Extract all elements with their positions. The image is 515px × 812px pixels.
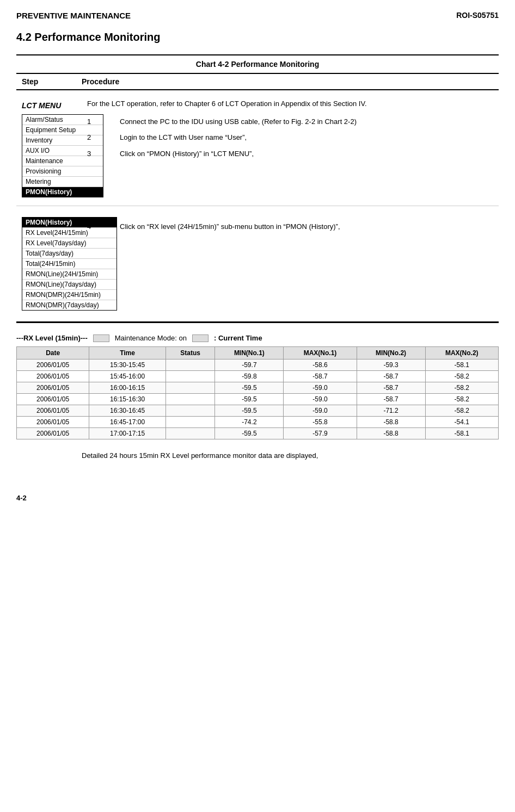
step-2-num: 2 [87,132,120,143]
table-cell: -58.7 [357,382,425,394]
table-row: 2006/01/0515:30-15:45-59.7-58.6-59.3-58.… [17,359,499,371]
pmon-menu-item[interactable]: RMON(Line)(24H/15min) [22,269,117,280]
table-row: 2006/01/0516:00-16:15-59.5-59.0-58.7-58.… [17,382,499,394]
table-cell: -58.8 [357,417,425,428]
col-min-no2: MIN(No.2) [357,347,425,359]
section-title: 4.2 Performance Monitoring [16,31,499,44]
table-cell: 2006/01/05 [17,417,89,428]
table-cell: 16:00-16:15 [89,382,166,394]
step-2-text: Login to the LCT with User name “User”, [120,132,499,143]
table-cell [165,428,215,439]
detailed-text: Detailed 24 hours 15min RX Level perform… [82,450,499,461]
pmon-menu-item[interactable]: Total(7days/day) [22,249,117,259]
table-cell: 2006/01/05 [17,405,89,417]
col-procedure-header: Procedure [82,77,499,86]
table-cell: 16:15-16:30 [89,394,166,405]
chart-body: LCT MENU Alarm/Status Equipment Setup In… [16,90,499,323]
page-footer: 4-2 [16,494,499,502]
col-time: Time [89,347,166,359]
table-row: 2006/01/0516:15-16:30-59.5-59.0-58.7-58.… [17,394,499,405]
col-date: Date [17,347,89,359]
lct-content-area: For the LCT operation, refer to Chapter … [82,98,499,163]
table-cell: 16:30-16:45 [89,405,166,417]
table-cell: -57.9 [284,428,357,439]
table-cell: -59.5 [215,428,284,439]
rx-level-title: ---RX Level (15min)--- [16,334,88,342]
step-3-num: 3 [87,148,120,159]
step-1-text: Connect the PC to the IDU using USB cabl… [120,116,499,127]
table-cell: -55.8 [284,417,357,428]
intro-text: For the LCT operation, refer to Chapter … [87,98,499,110]
page-header: PREVENTIVE MAINTENANCE ROI-S05751 [16,11,499,20]
pmon-menu-item[interactable]: RX Level(7days/day) [22,238,117,249]
table-cell: -71.2 [357,405,425,417]
step-4-row: 4 Click on “RX level (24H/15min)” sub-me… [87,221,499,232]
data-table: Date Time Status MIN(No.1) MAX(No.1) MIN… [16,346,499,439]
step-1-num: 1 [87,116,120,127]
table-row: 2006/01/0516:45-17:00-74.2-55.8-58.8-54.… [17,417,499,428]
table-cell: -59.7 [215,359,284,371]
step-4-text: Click on “RX level (24H/15min)” sub-menu… [120,221,499,232]
lct-menu-item[interactable]: Provisioning [22,166,103,177]
table-cell: -58.7 [284,371,357,382]
table-cell: 17:00-17:15 [89,428,166,439]
step-2-row: 2 Login to the LCT with User name “User”… [87,132,499,143]
col-max-no2: MAX(No.2) [425,347,498,359]
table-cell [165,382,215,394]
table-row: 2006/01/0515:45-16:00-59.8-58.7-58.7-58.… [17,371,499,382]
table-cell: -58.7 [357,371,425,382]
table-row: 2006/01/0516:30-16:45-59.5-59.0-71.2-58.… [17,405,499,417]
lct-menu-item[interactable]: Metering [22,177,103,187]
table-cell: 15:45-16:00 [89,371,166,382]
lct-menu-item-selected[interactable]: PMON(History) [22,187,103,197]
table-cell: -58.8 [357,428,425,439]
table-row: 2006/01/0517:00-17:15-59.5-57.9-58.8-58.… [17,428,499,439]
col-step-header: Step [16,77,82,86]
col-min-no1: MIN(No.1) [215,347,284,359]
table-cell: -59.3 [357,359,425,371]
table-cell: -59.5 [215,394,284,405]
table-cell: -58.2 [425,394,498,405]
pmon-menu-item[interactable]: RMON(Line)(7days/day) [22,280,117,290]
table-cell: -58.1 [425,359,498,371]
table-cell: -54.1 [425,417,498,428]
chart-row-lct-menu: LCT MENU Alarm/Status Equipment Setup In… [16,90,499,206]
indicator-box-1 [93,334,109,342]
step-1-row: 1 Connect the PC to the IDU using USB ca… [87,116,499,127]
table-cell: 15:30-15:45 [89,359,166,371]
table-cell: -59.0 [284,405,357,417]
pmon-menu-item[interactable]: RMON(DMR)(24H/15min) [22,290,117,300]
maintenance-label: Maintenance Mode: on [115,334,187,342]
table-cell: -58.7 [357,394,425,405]
table-cell [165,405,215,417]
indicator-box-2 [192,334,209,342]
table-cell: 2006/01/05 [17,371,89,382]
col-max-no1: MAX(No.1) [284,347,357,359]
pmon-menu-item[interactable]: RMON(DMR)(7days/day) [22,300,117,310]
table-cell: -59.0 [284,382,357,394]
table-cell: 16:45-17:00 [89,417,166,428]
table-cell: -59.5 [215,405,284,417]
header-right: ROI-S05751 [456,11,499,20]
pmon-menu-item[interactable]: Total(24H/15min) [22,259,117,269]
step-3-row: 3 Click on “PMON (History)” in “LCT MENU… [87,148,499,159]
rx-level-header: ---RX Level (15min)--- Maintenance Mode:… [16,334,499,342]
chart-row-step4: PMON(History) RX Level(24H/15min) RX Lev… [16,206,499,321]
step-4-num: 4 [87,221,120,232]
table-cell: 2006/01/05 [17,382,89,394]
col-status: Status [165,347,215,359]
header-left: PREVENTIVE MAINTENANCE [16,11,131,20]
table-cell: -58.6 [284,359,357,371]
table-cell: -58.2 [425,382,498,394]
lct-menu-label: LCT MENU [22,101,82,110]
table-cell: -58.2 [425,371,498,382]
table-cell: -58.1 [425,428,498,439]
table-cell [165,371,215,382]
table-cell [165,394,215,405]
table-cell [165,417,215,428]
chart-title: Chart 4-2 Performance Monitoring [16,55,499,74]
current-time-label: : Current Time [214,334,262,342]
step-3-text: Click on “PMON (History)” in “LCT MENU”, [120,148,499,159]
table-cell: 2006/01/05 [17,359,89,371]
chart-header-row: Step Procedure [16,74,499,90]
